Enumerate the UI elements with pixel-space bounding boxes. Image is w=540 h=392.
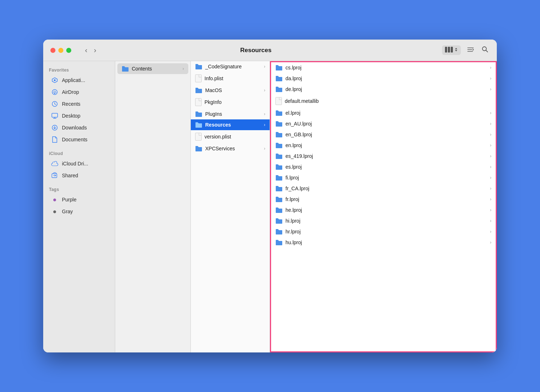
list-item[interactable]: da.lproj › xyxy=(271,73,496,84)
view-dropdown-arrow[interactable] xyxy=(454,47,458,53)
view-switcher[interactable] xyxy=(442,45,461,55)
sidebar-item-shared[interactable]: Shared xyxy=(45,170,113,181)
purple-tag-icon: ● xyxy=(51,196,58,203)
col-item-label: hr.lproj xyxy=(285,229,487,234)
sidebar-item-downloads[interactable]: Downloads xyxy=(45,122,113,133)
search-button[interactable] xyxy=(480,45,490,56)
tags-section-title: Tags xyxy=(43,185,115,193)
icloud-label: iCloud Dri... xyxy=(62,161,88,167)
folder-icon xyxy=(195,111,202,117)
sidebar-item-icloud[interactable]: iCloud Dri... xyxy=(45,158,113,169)
col-arrow: › xyxy=(490,164,491,169)
col-item-label: fi.lproj xyxy=(285,175,487,181)
list-item[interactable]: cs.lproj › xyxy=(271,62,496,73)
folder-icon xyxy=(275,240,283,245)
downloads-label: Downloads xyxy=(62,125,87,131)
column-1: Contents › xyxy=(115,61,191,352)
sidebar-item-recents[interactable]: Recents xyxy=(45,98,113,110)
folder-icon xyxy=(275,153,283,159)
col-item-label: es_419.lproj xyxy=(285,153,487,159)
maximize-button[interactable] xyxy=(66,48,71,53)
col-item-label: fr_CA.lproj xyxy=(285,186,487,191)
sidebar-item-airdrop[interactable]: AirDrop xyxy=(45,86,113,98)
list-item[interactable]: _CodeSignature › xyxy=(191,61,270,72)
col-arrow: › xyxy=(490,186,491,191)
svg-point-4 xyxy=(54,79,56,81)
list-item[interactable]: XPCServices › xyxy=(191,143,270,154)
list-item[interactable]: el.lproj › xyxy=(271,108,496,118)
list-item[interactable]: es.lproj › xyxy=(271,161,496,172)
list-item[interactable]: hu.lproj › xyxy=(271,237,496,248)
finder-window: ‹ › Resources xyxy=(43,40,497,352)
col-arrow: › xyxy=(490,65,491,70)
col-item-label: en_GB.lproj xyxy=(285,132,487,137)
list-item[interactable]: MacOS › xyxy=(191,85,270,96)
folder-icon xyxy=(275,207,283,213)
col-arrow: › xyxy=(490,110,491,115)
list-item[interactable]: fi.lproj › xyxy=(271,172,496,183)
folder-icon xyxy=(195,64,202,69)
columns-icon xyxy=(445,47,453,54)
col-item-label: Resources xyxy=(205,122,261,128)
list-item[interactable]: fr.lproj › xyxy=(271,194,496,205)
col-arrow: › xyxy=(490,87,491,92)
col-arrow: › xyxy=(490,143,491,148)
sidebar-item-purple-tag[interactable]: ● Purple xyxy=(45,194,113,205)
list-item[interactable]: fr_CA.lproj › xyxy=(271,183,496,194)
col-arrow: › xyxy=(264,111,265,117)
sidebar-item-applications[interactable]: Applicati... xyxy=(45,74,113,86)
list-item[interactable]: PkgInfo xyxy=(191,96,270,109)
folder-icon xyxy=(275,175,283,181)
sidebar-item-documents[interactable]: Documents xyxy=(45,134,113,145)
sidebar-item-gray-tag[interactable]: ● Gray xyxy=(45,206,113,217)
list-item[interactable]: hr.lproj › xyxy=(271,226,496,237)
close-button[interactable] xyxy=(50,48,55,53)
folder-icon xyxy=(275,121,283,127)
col-item-label: Info.plist xyxy=(204,76,265,81)
col-item-label: da.lproj xyxy=(285,76,487,81)
col-arrow: › xyxy=(264,64,265,69)
list-item[interactable]: default.metallib xyxy=(271,95,496,108)
list-item[interactable]: Info.plist xyxy=(191,72,270,85)
col-arrow: › xyxy=(490,121,491,126)
applications-label: Applicati... xyxy=(62,77,85,83)
more-button[interactable] xyxy=(466,45,475,55)
main-content: Favorites Applicati... xyxy=(43,61,497,352)
file-icon xyxy=(195,133,202,141)
list-item[interactable]: Contents › xyxy=(117,63,188,74)
list-item[interactable]: PlugIns › xyxy=(191,109,270,119)
shared-icon xyxy=(51,172,58,179)
list-item[interactable]: de.lproj › xyxy=(271,84,496,95)
list-item[interactable]: hi.lproj › xyxy=(271,215,496,226)
column-2: _CodeSignature › Info.plist MacOS › xyxy=(191,61,270,352)
list-item[interactable]: en_AU.lproj › xyxy=(271,118,496,129)
list-item[interactable]: en.lproj › xyxy=(271,140,496,151)
col-item-label: cs.lproj xyxy=(285,65,487,70)
gray-tag-icon: ● xyxy=(51,208,58,215)
list-item[interactable]: version.plist xyxy=(191,130,270,143)
icloud-icon xyxy=(51,160,58,167)
list-item[interactable]: en_GB.lproj › xyxy=(271,129,496,140)
documents-label: Documents xyxy=(62,137,87,142)
folder-icon xyxy=(275,218,283,224)
col-arrow: › xyxy=(490,132,491,137)
folder-icon xyxy=(275,65,283,70)
sidebar: Favorites Applicati... xyxy=(43,61,115,352)
shared-label: Shared xyxy=(62,173,78,178)
list-item[interactable]: he.lproj › xyxy=(271,205,496,215)
folder-icon xyxy=(275,142,283,148)
col-item-label: PkgInfo xyxy=(204,99,265,105)
sidebar-item-desktop[interactable]: Desktop xyxy=(45,110,113,122)
traffic-lights xyxy=(50,48,71,53)
col-item-label: default.metallib xyxy=(285,98,491,104)
col-item-label: Contents xyxy=(132,66,180,72)
list-item[interactable]: es_419.lproj › xyxy=(271,151,496,161)
list-item[interactable]: Resources › xyxy=(191,119,270,130)
svg-rect-2 xyxy=(451,47,453,53)
col-item-label: es.lproj xyxy=(285,164,487,170)
col-arrow: › xyxy=(490,197,491,202)
col-item-label: hu.lproj xyxy=(285,240,487,245)
downloads-icon xyxy=(51,124,58,131)
column-3-highlighted: cs.lproj › da.lproj › xyxy=(270,61,497,352)
minimize-button[interactable] xyxy=(58,48,63,53)
